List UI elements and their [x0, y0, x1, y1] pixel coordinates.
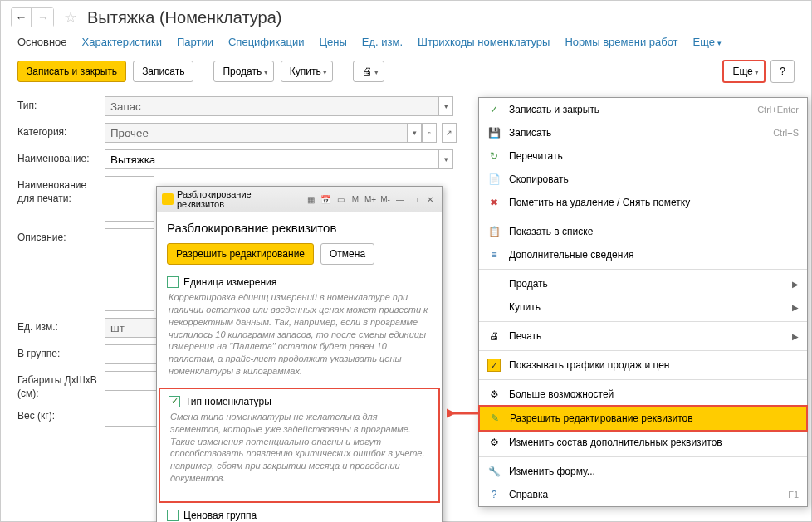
dialog-window-title: Разблокирование реквизитов — [177, 189, 301, 209]
dialog-tool-cal-icon[interactable]: 📅 — [319, 193, 332, 206]
unit-checkbox-label: Единица измерения — [183, 276, 276, 288]
tab-specs[interactable]: Спецификации — [228, 36, 305, 48]
type-desc: Смена типа номенклатуры не желательна дл… — [169, 411, 430, 485]
print-name-input[interactable] — [105, 176, 154, 222]
minimize-icon[interactable]: — — [394, 193, 407, 206]
menu-item[interactable]: 🔧Изменить форму... — [479, 460, 807, 483]
help-button[interactable]: ? — [770, 60, 795, 83]
dialog-tool-grid-icon[interactable]: ▦ — [304, 193, 317, 206]
tab-more[interactable]: Еще — [693, 36, 722, 48]
save-and-close-button[interactable]: Записать и закрыть — [17, 61, 126, 82]
menu-item-icon — [487, 300, 501, 314]
type-checkbox[interactable] — [169, 396, 180, 407]
tab-units[interactable]: Ед. изм. — [362, 36, 403, 48]
category-input[interactable] — [105, 123, 407, 143]
menu-item-icon: ✓ — [487, 359, 501, 372]
tab-prices[interactable]: Цены — [319, 36, 346, 48]
name-input[interactable] — [105, 149, 438, 169]
menu-item-icon: ↻ — [487, 149, 501, 163]
type-checkbox-label: Тип номенклатуры — [185, 396, 271, 407]
category-dropdown-icon[interactable]: ▾ — [407, 123, 422, 143]
menu-item-icon: ✖ — [487, 196, 501, 209]
menu-item-icon — [487, 277, 501, 290]
print-button[interactable]: 🖨 — [353, 61, 384, 82]
cancel-button[interactable]: Отмена — [320, 243, 374, 265]
close-icon[interactable]: ✕ — [423, 193, 437, 206]
type-label: Тип: — [17, 96, 105, 111]
menu-item[interactable]: 📄Скопировать — [479, 168, 807, 191]
sell-button[interactable]: Продать — [213, 61, 273, 82]
dialog-tool-mminus-icon[interactable]: M- — [379, 193, 392, 206]
buy-button[interactable]: Купить — [281, 61, 333, 82]
maximize-icon[interactable]: □ — [408, 193, 422, 206]
menu-item-icon: ⚙ — [487, 436, 501, 449]
weight-label: Вес (кг): — [17, 407, 105, 422]
description-input[interactable] — [105, 228, 154, 311]
more-button[interactable]: Еще — [722, 60, 766, 83]
group-label: В группе: — [17, 344, 105, 359]
unit-checkbox[interactable] — [167, 276, 179, 288]
nav-buttons: ← → — [11, 7, 54, 27]
dialog-tool-m-icon[interactable]: M — [349, 193, 362, 206]
menu-item[interactable]: ✓Записать и закрытьCtrl+Enter — [479, 98, 807, 121]
menu-item[interactable]: ✖Пометить на удаление / Снять пометку — [479, 191, 807, 214]
menu-item-label: Больше возможностей — [509, 388, 799, 400]
menu-item-label: Записать и закрыть — [509, 104, 749, 115]
menu-item-icon: 🖨 — [487, 329, 501, 343]
back-button[interactable]: ← — [12, 8, 32, 27]
menu-item-icon: ✎ — [488, 412, 501, 425]
menu-separator — [479, 321, 807, 322]
allow-edit-button[interactable]: Разрешить редактирование — [167, 243, 314, 265]
type-input[interactable] — [105, 96, 438, 116]
menu-item-label: Справка — [509, 489, 780, 500]
menu-item[interactable]: ≡Дополнительные сведения — [479, 243, 807, 266]
menu-item[interactable]: Продать▶ — [479, 272, 807, 295]
tab-norms[interactable]: Нормы времени работ — [565, 36, 677, 48]
more-menu: ✓Записать и закрытьCtrl+Enter💾ЗаписатьCt… — [478, 97, 808, 507]
type-dropdown-icon[interactable]: ▾ — [438, 96, 453, 116]
dialog-titlebar[interactable]: Разблокирование реквизитов ▦ 📅 ▭ M M+ M-… — [157, 187, 442, 212]
menu-item[interactable]: Купить▶ — [479, 295, 807, 319]
menu-item-icon: 🔧 — [487, 465, 501, 478]
price-group-checkbox[interactable] — [167, 510, 179, 521]
tab-main[interactable]: Основное — [17, 36, 67, 48]
menu-item-label: Продать — [509, 278, 784, 290]
menu-item-shortcut: Ctrl+S — [773, 128, 799, 138]
menu-item[interactable]: ↻Перечитать — [479, 144, 807, 168]
description-label: Описание: — [17, 228, 105, 243]
unit-label: Ед. изм.: — [17, 318, 105, 333]
menu-item-label: Показывать графики продаж и цен — [509, 359, 799, 371]
menu-item[interactable]: ✓Показывать графики продаж и цен — [479, 354, 807, 377]
menu-item-label: Дополнительные сведения — [509, 249, 799, 261]
category-extra-icon[interactable]: ↗ — [442, 123, 457, 143]
menu-item[interactable]: ?СправкаF1 — [479, 483, 807, 506]
dialog-tool-mplus-icon[interactable]: M+ — [364, 193, 377, 206]
menu-item[interactable]: 🖨Печать▶ — [479, 324, 807, 348]
category-open-icon[interactable]: ▫ — [422, 123, 437, 143]
dims-label: Габариты ДхШхВ (см): — [17, 371, 105, 400]
tab-parts[interactable]: Партии — [177, 36, 213, 48]
menu-item[interactable]: ⚙Больше возможностей — [479, 383, 807, 406]
menu-item-shortcut: F1 — [788, 490, 799, 500]
menu-item-label: Показать в списке — [509, 226, 799, 237]
menu-separator — [479, 456, 807, 457]
menu-item-label: Купить — [509, 301, 784, 313]
save-button[interactable]: Записать — [133, 61, 193, 82]
tab-barcodes[interactable]: Штрихкоды номенклатуры — [418, 36, 550, 48]
tab-characteristics[interactable]: Характеристики — [82, 36, 162, 48]
dialog-tool-calc-icon[interactable]: ▭ — [334, 193, 347, 206]
menu-item[interactable]: ⚙Изменить состав дополнительных реквизит… — [479, 431, 807, 454]
menu-item-label: Записать — [509, 127, 765, 139]
forward-button[interactable]: → — [33, 8, 53, 27]
favorite-star-icon[interactable]: ☆ — [64, 8, 77, 27]
unlock-dialog: Разблокирование реквизитов ▦ 📅 ▭ M M+ M-… — [156, 186, 443, 522]
menu-item-label: Перечитать — [509, 150, 799, 162]
menu-item-label: Изменить форму... — [509, 466, 799, 477]
menu-item[interactable]: 💾ЗаписатьCtrl+S — [479, 121, 807, 144]
menu-item[interactable]: ✎Разрешить редактирование реквизитов — [478, 405, 808, 432]
menu-item[interactable]: 📋Показать в списке — [479, 220, 807, 243]
price-group-checkbox-label: Ценовая группа — [183, 510, 257, 521]
menu-item-icon: ✓ — [487, 103, 501, 116]
name-dropdown-icon[interactable]: ▾ — [438, 149, 453, 169]
menu-item-icon: ⚙ — [487, 388, 501, 401]
